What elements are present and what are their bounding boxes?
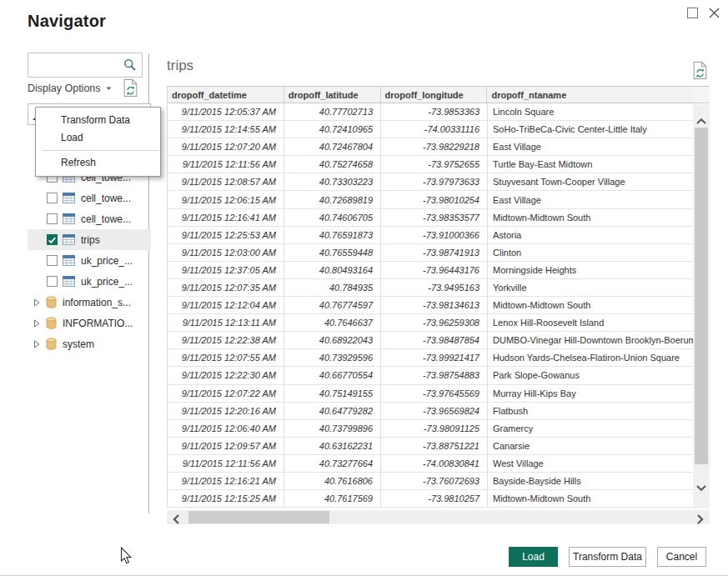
refresh-source-icon[interactable] xyxy=(123,79,138,100)
table-cell: 9/11/2015 12:08:57 AM xyxy=(168,173,284,190)
sidebar-item-informatio-[interactable]: INFORMATIO... xyxy=(28,313,151,333)
page-title: Navigator xyxy=(28,12,106,31)
sidebar-item-label: cell_towe... xyxy=(81,213,131,225)
load-button[interactable]: Load xyxy=(509,547,558,567)
database-icon xyxy=(46,338,57,350)
table-cell: 40.66770554 xyxy=(284,367,381,383)
table-row: 9/11/2015 12:07:35 AM40.784935-73.949516… xyxy=(168,279,710,297)
checkbox[interactable] xyxy=(47,276,58,287)
vertical-scrollbar[interactable] xyxy=(693,104,710,508)
scroll-up-icon[interactable] xyxy=(696,113,706,128)
table-cell: -73.88751221 xyxy=(381,438,488,454)
checkbox[interactable] xyxy=(47,193,58,203)
table-cell: 40.73799896 xyxy=(284,420,381,437)
table-row: 9/11/2015 12:03:00 AM40.76559448-73.9874… xyxy=(168,244,710,262)
vertical-scroll-thumb[interactable] xyxy=(695,128,708,464)
table-icon xyxy=(63,234,75,245)
database-icon xyxy=(46,317,57,329)
table-row: 9/11/2015 12:16:21 AM40.7616806-73.76072… xyxy=(168,473,710,490)
table-cell: 40.72467804 xyxy=(284,138,381,155)
table-cell: 40.72689819 xyxy=(284,191,381,208)
close-icon xyxy=(709,8,720,18)
scroll-left-icon[interactable] xyxy=(173,513,179,528)
table-row: 9/11/2015 12:07:20 AM40.72467804-73.9822… xyxy=(168,138,710,156)
sidebar-item-system[interactable]: system xyxy=(28,333,151,354)
table-cell: Morningside Heights xyxy=(488,262,694,278)
table-cell: -73.98353577 xyxy=(381,209,488,226)
checkbox[interactable] xyxy=(47,234,58,245)
search-box[interactable] xyxy=(28,53,143,78)
table-cell: -73.98487854 xyxy=(381,332,488,348)
table-cell: 9/11/2015 12:14:55 AM xyxy=(168,121,284,138)
table-header-row: dropoff_datetimedropoff_latitudedropoff_… xyxy=(168,86,710,103)
table-cell: Park Slope-Gowanus xyxy=(488,367,694,383)
table-icon xyxy=(63,276,75,287)
table-cell: -73.9752655 xyxy=(381,156,488,173)
table-cell: -73.98091125 xyxy=(381,420,488,437)
table-cell: 40.72410965 xyxy=(284,121,381,138)
sidebar-item-uk-price-[interactable]: uk_price_... xyxy=(28,250,151,271)
table-cell: 40.75274658 xyxy=(284,156,381,173)
table-cell: 40.63162231 xyxy=(284,438,381,454)
table-icon xyxy=(63,213,75,224)
table-cell: 9/11/2015 12:25:53 AM xyxy=(168,227,284,243)
scroll-right-icon[interactable] xyxy=(697,513,704,528)
table-row: 9/11/2015 12:14:55 AM40.72410965-74.0033… xyxy=(168,121,710,138)
chevron-right-icon[interactable] xyxy=(33,298,41,307)
column-header-dropoff_datetime: dropoff_datetime xyxy=(168,87,284,103)
table-cell: DUMBO-Vinegar Hill-Downtown Brooklyn-Boe… xyxy=(488,332,694,348)
close-button[interactable] xyxy=(706,5,721,20)
menu-item-load[interactable]: Load xyxy=(36,129,160,147)
chevron-down-icon xyxy=(106,87,112,91)
search-input[interactable] xyxy=(33,56,123,74)
scroll-down-icon[interactable] xyxy=(696,479,706,494)
display-options-dropdown[interactable]: Display Options xyxy=(28,83,112,94)
table-cell: 9/11/2015 12:06:15 AM xyxy=(168,191,284,208)
sidebar-item-cell-towe-[interactable]: cell_towe... xyxy=(28,208,151,229)
menu-item-transform-data[interactable]: Transform Data xyxy=(36,112,160,129)
chevron-right-icon[interactable] xyxy=(33,319,41,328)
table-cell: 40.76774597 xyxy=(284,297,381,313)
table-cell: Hudson Yards-Chelsea-Flatiron-Union Squa… xyxy=(488,349,694,366)
table-row: 9/11/2015 12:37:05 AM40.80493164-73.9644… xyxy=(168,262,710,279)
maximize-icon xyxy=(687,8,698,18)
preview-table: dropoff_datetimedropoff_latitudedropoff_… xyxy=(167,86,710,508)
preview-refresh-icon[interactable] xyxy=(693,62,707,83)
sidebar-item-label: information_s... xyxy=(63,297,131,308)
table-cell: 40.7617569 xyxy=(284,490,381,507)
sidebar-item-cell-towe-[interactable]: cell_towe... xyxy=(28,188,151,208)
menu-item-refresh[interactable]: Refresh xyxy=(36,154,160,172)
cancel-button[interactable]: Cancel xyxy=(657,547,706,567)
sidebar-item-trips[interactable]: trips xyxy=(28,229,151,250)
sidebar-item-label: uk_price_... xyxy=(81,276,133,288)
table-cell: 9/11/2015 12:07:35 AM xyxy=(168,279,284,296)
table-cell: 9/11/2015 12:12:04 AM xyxy=(168,297,284,313)
checkbox[interactable] xyxy=(47,213,58,224)
transform-data-button[interactable]: Transform Data xyxy=(569,547,646,567)
table-cell: Midtown-Midtown South xyxy=(488,297,694,313)
table-cell: -73.76072693 xyxy=(381,473,488,489)
table-cell: Bayside-Bayside Hills xyxy=(488,473,694,489)
maximize-button[interactable] xyxy=(685,5,700,20)
table-row: 9/11/2015 12:22:30 AM40.66770554-73.9875… xyxy=(168,367,710,384)
sidebar-item-information-s-[interactable]: information_s... xyxy=(28,292,151,313)
column-header-dropoff_latitude: dropoff_latitude xyxy=(284,87,381,103)
horizontal-scroll-thumb[interactable] xyxy=(188,511,329,523)
table-cell: 9/11/2015 12:22:38 AM xyxy=(168,332,284,348)
table-cell: Clinton xyxy=(488,244,694,261)
chevron-right-icon[interactable] xyxy=(33,340,41,348)
navigator-dialog: Navigator Display Options cell_towe...ce… xyxy=(0,0,728,576)
table-cell: 9/11/2015 12:07:55 AM xyxy=(168,349,284,366)
sidebar-item-uk-price-[interactable]: uk_price_... xyxy=(28,271,151,292)
table-row: 9/11/2015 12:16:41 AM40.74606705-73.9835… xyxy=(168,209,710,227)
table-cell: 40.7616806 xyxy=(284,473,381,489)
table-row: 9/11/2015 12:05:37 AM40.77702713-73.9853… xyxy=(168,103,710,121)
horizontal-scrollbar[interactable] xyxy=(167,510,710,524)
table-row: 9/11/2015 12:07:22 AM40.75149155-73.9764… xyxy=(168,385,710,403)
table-cell: 40.76591873 xyxy=(284,227,381,243)
column-header-dropoff_longitude: dropoff_longitude xyxy=(381,87,488,103)
checkbox[interactable] xyxy=(47,255,58,266)
column-header-dropoff_ntaname: dropoff_ntaname xyxy=(487,87,693,103)
table-cell: -73.9853363 xyxy=(381,103,488,120)
table-cell: 9/11/2015 12:03:00 AM xyxy=(168,244,284,261)
